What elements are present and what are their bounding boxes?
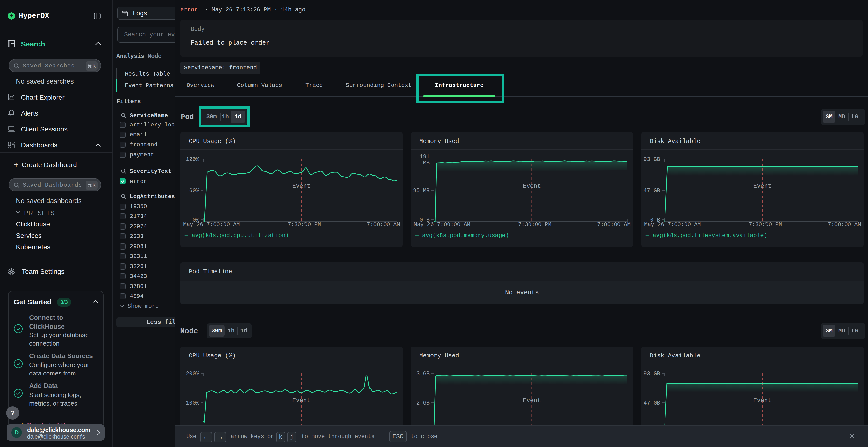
svg-text:May 26 7:00:00 AM: May 26 7:00:00 AM	[414, 221, 470, 228]
svg-text:95 MB: 95 MB	[413, 187, 430, 194]
svg-text:7:30:00 PM: 7:30:00 PM	[518, 221, 551, 228]
svg-text:MB: MB	[423, 160, 430, 166]
svg-text:93 GB: 93 GB	[644, 371, 660, 377]
svg-text:May 26 7:00:00 AM: May 26 7:00:00 AM	[183, 221, 240, 228]
svg-text:93 GB: 93 GB	[644, 156, 660, 163]
svg-text:47 GB: 47 GB	[644, 400, 660, 406]
svg-text:191: 191	[420, 153, 430, 160]
svg-text:47 GB: 47 GB	[644, 187, 660, 194]
svg-text:7:00:00 AM: 7:00:00 AM	[367, 221, 400, 228]
svg-text:Event: Event	[523, 183, 541, 190]
svg-text:7:30:00 PM: 7:30:00 PM	[749, 221, 782, 228]
svg-text:200%: 200%	[186, 371, 199, 377]
svg-text:May 26 7:00:00 AM: May 26 7:00:00 AM	[644, 221, 701, 228]
svg-text:Event: Event	[753, 397, 771, 404]
svg-text:60%: 60%	[189, 187, 199, 194]
svg-text:Event: Event	[523, 397, 541, 404]
svg-text:Event: Event	[753, 183, 771, 190]
svg-text:7:00:00 AM: 7:00:00 AM	[597, 221, 630, 228]
svg-text:100%: 100%	[186, 400, 199, 406]
svg-text:7:00:00 AM: 7:00:00 AM	[828, 221, 861, 228]
svg-text:120%: 120%	[186, 156, 199, 163]
svg-text:2 GB: 2 GB	[416, 400, 430, 406]
svg-text:7:30:00 PM: 7:30:00 PM	[288, 221, 321, 228]
svg-text:3 GB: 3 GB	[416, 371, 430, 377]
svg-text:Event: Event	[292, 183, 310, 190]
svg-text:Event: Event	[292, 397, 310, 404]
